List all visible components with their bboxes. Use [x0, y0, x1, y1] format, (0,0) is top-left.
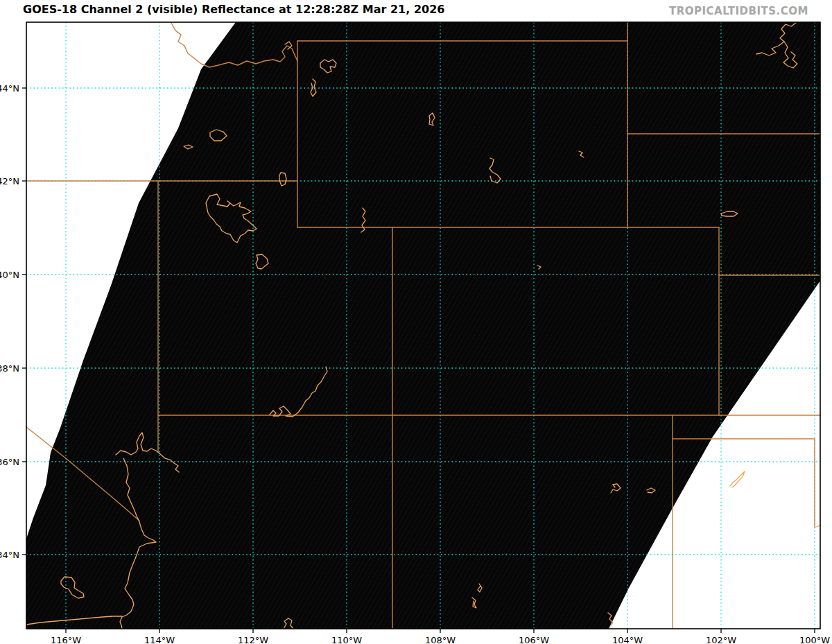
x-tick-label: 108°W	[425, 635, 456, 644]
y-tick-label: 34°N	[0, 550, 19, 560]
water-canadian-river-meredith	[730, 471, 745, 487]
y-tick-label: 36°N	[0, 457, 19, 467]
x-tick-label: 104°W	[612, 635, 643, 644]
satellite-map: 116°W114°W112°W110°W108°W106°W104°W102°W…	[0, 0, 832, 644]
y-tick-label: 44°N	[0, 83, 19, 94]
water-red-river-stub	[815, 525, 820, 528]
x-tick-label: 110°W	[331, 635, 362, 644]
scan-swath	[26, 22, 820, 629]
x-tick-label: 102°W	[706, 635, 736, 644]
x-tick-label: 100°W	[799, 635, 830, 644]
y-tick-label: 40°N	[0, 270, 19, 280]
x-tick-label: 116°W	[51, 635, 81, 644]
x-tick-label: 114°W	[144, 635, 175, 644]
x-tick-label: 106°W	[519, 635, 549, 644]
satellite-figure: GOES-18 Channel 2 (visible) Reflectance …	[0, 0, 832, 644]
y-tick-label: 38°N	[0, 363, 19, 374]
y-tick-label: 42°N	[0, 176, 19, 186]
x-tick-label: 112°W	[238, 635, 268, 644]
